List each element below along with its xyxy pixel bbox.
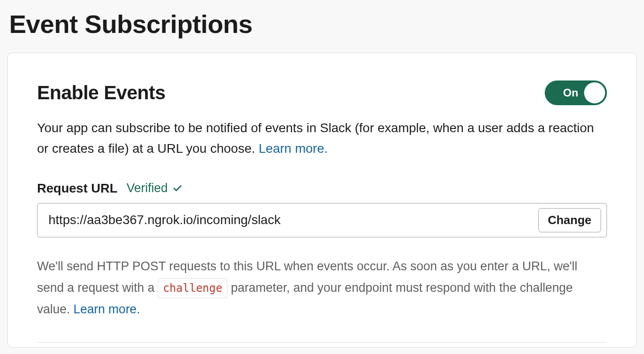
request-url-label-row: Request URL Verified <box>37 181 607 196</box>
request-url-help-text: We'll send HTTP POST requests to this UR… <box>37 256 607 321</box>
check-icon <box>172 183 182 193</box>
toggle-state-label: On <box>563 86 578 99</box>
settings-card: Enable Events On Your app can subscribe … <box>7 53 637 348</box>
request-url-label: Request URL <box>37 181 118 196</box>
enable-events-description: Your app can subscribe to be notified of… <box>37 118 607 159</box>
toggle-knob <box>584 82 605 103</box>
section-divider <box>37 342 607 343</box>
section-header: Enable Events On <box>37 80 607 105</box>
challenge-code: challenge <box>158 278 227 298</box>
page-title: Event Subscriptions <box>7 9 637 39</box>
verified-badge: Verified <box>127 181 182 195</box>
request-url-input[interactable] <box>48 213 538 227</box>
enable-events-toggle[interactable]: On <box>545 80 607 105</box>
enable-events-title: Enable Events <box>37 82 166 104</box>
change-button[interactable]: Change <box>538 208 601 232</box>
verified-text: Verified <box>127 181 168 195</box>
learn-more-link[interactable]: Learn more. <box>259 141 328 156</box>
request-url-field-row: Change <box>37 203 607 237</box>
learn-more-link-help[interactable]: Learn more. <box>74 302 140 316</box>
